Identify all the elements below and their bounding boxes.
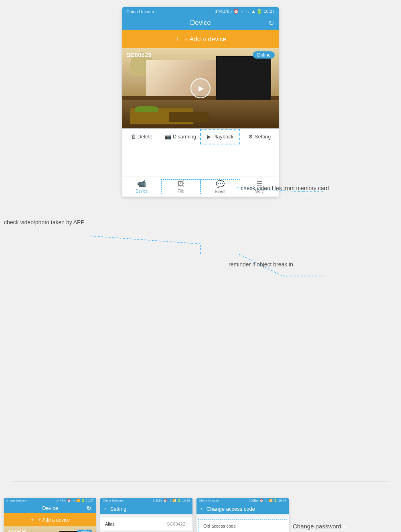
- old-access-code-label: Old access code: [203, 524, 236, 528]
- desc-line1: Change password –: [293, 523, 346, 530]
- setting-screen: China Unicom 1.2M/s ⏰ ↑↓ 📶 🔋 16:29 ‹ Set…: [100, 498, 192, 532]
- page-container: China Unicom 144B/s ♪ ⏰ ☆ ↑↓ ▲ 🔋 16:27 D…: [0, 0, 401, 532]
- top-section: China Unicom 144B/s ♪ ⏰ ☆ ↑↓ ▲ 🔋 16:27 D…: [0, 0, 401, 197]
- action-bar: 🗑 Delete 📷 Disarming ▶ Playback ⚙: [122, 128, 279, 144]
- disarming-button[interactable]: 📷 Disarming: [161, 129, 200, 144]
- device-thumbnail: SC80629 Online: [122, 48, 279, 128]
- nav-event-label: Event: [215, 189, 225, 194]
- event-nav-icon: 💬: [216, 180, 225, 189]
- playback-button[interactable]: ▶ Playback: [200, 129, 240, 144]
- device-name-label: SC80629: [126, 51, 152, 58]
- refresh-icon[interactable]: ↻: [269, 19, 274, 27]
- nav-event[interactable]: 💬 Event: [200, 179, 240, 194]
- status-bar: China Unicom 144B/s ♪ ⏰ ☆ ↑↓ ▲ 🔋 16:27: [122, 7, 279, 16]
- nav-file-label: File: [178, 189, 184, 193]
- description-text: Change password – change the password of…: [293, 498, 393, 532]
- nav-file[interactable]: 🖼 File: [161, 179, 201, 194]
- nav-device[interactable]: 📹 Device: [122, 179, 161, 194]
- mini-online-badge: Online: [77, 530, 92, 532]
- alias-chevron: ›: [186, 521, 188, 527]
- mini-phone-device: China Unicom 144B/s ⏰ ↑↓ 📶 🔋 16:27 Devic…: [4, 498, 96, 532]
- access-back-icon[interactable]: ‹: [200, 506, 203, 512]
- file-annotation: check video/photo taken by APP: [4, 219, 85, 227]
- main-phone-frame: China Unicom 144B/s ♪ ⏰ ☆ ↑↓ ▲ 🔋 16:27 D…: [122, 7, 279, 197]
- mini-plus-icon: ＋: [30, 516, 35, 523]
- device-nav-icon: 📹: [137, 179, 146, 188]
- mini-device-name: SC80629: [8, 530, 26, 532]
- mini-add-device-label: + Add a device: [38, 517, 70, 523]
- disarm-icon: 📷: [165, 134, 171, 140]
- delete-label: Delete: [138, 134, 153, 140]
- plus-icon: ＋: [174, 35, 181, 43]
- app-header: Device ↻: [122, 16, 279, 30]
- gear-icon: ⚙: [248, 134, 253, 140]
- playback-label: Playback: [213, 134, 234, 140]
- online-status-badge: Online: [253, 51, 275, 59]
- access-fields-group: Old access code New access code Confirm …: [198, 519, 287, 532]
- trash-icon: 🗑: [131, 134, 136, 140]
- play-button[interactable]: [190, 78, 211, 98]
- mini-device-card[interactable]: SC80629 Online 🗑 Delete 📷 Disarming ▶ Pl…: [4, 526, 96, 532]
- setting-status-bar: China Unicom 1.2M/s ⏰ ↑↓ 📶 🔋 16:29: [100, 498, 192, 503]
- alias-item[interactable]: Alias SC80422 ›: [100, 518, 192, 531]
- bottom-section: China Unicom 144B/s ⏰ ↑↓ 📶 🔋 16:27 Devic…: [0, 490, 401, 532]
- access-form: Old access code New access code Confirm …: [196, 519, 289, 532]
- playback-annotation: check video files from memory card: [241, 185, 329, 193]
- back-arrow-icon[interactable]: ‹: [104, 506, 106, 512]
- access-code-screen: China Unicom 508B/s ⏰ ↑↓ 📶 🔋 16:29 ‹ Cha…: [196, 498, 289, 532]
- old-access-code-field[interactable]: Old access code: [198, 520, 287, 532]
- status-icons: 144B/s ♪ ⏰ ☆ ↑↓ ▲ 🔋 16:27: [215, 9, 275, 14]
- event-annotation: reminder if object break in: [229, 261, 293, 269]
- access-status-bar: China Unicom 508B/s ⏰ ↑↓ 📶 🔋 16:29: [196, 498, 289, 503]
- mini-device-thumbnail: SC80629 Online: [4, 526, 96, 532]
- access-header: ‹ Change access code: [196, 503, 289, 514]
- add-device-button[interactable]: ＋ + Add a device: [122, 30, 279, 48]
- access-title: Change access code: [207, 506, 255, 512]
- mini-app-header: Device ↻: [4, 503, 96, 513]
- mini-status-bar: China Unicom 144B/s ⏰ ↑↓ 📶 🔋 16:27: [4, 498, 96, 503]
- content-area: [122, 144, 279, 177]
- alias-label: Alias: [105, 522, 115, 526]
- file-nav-icon: 🖼: [177, 180, 184, 188]
- divider: [12, 481, 389, 482]
- setting-button[interactable]: ⚙ Setting: [240, 129, 279, 144]
- add-device-label: + Add a device: [184, 36, 226, 43]
- play-icon: ▶: [207, 134, 211, 140]
- app-title: Device: [190, 19, 211, 27]
- nav-device-label: Device: [136, 189, 148, 193]
- setting-title: Setting: [110, 506, 126, 512]
- setting-header: ‹ Setting: [100, 503, 192, 514]
- svg-line-3: [90, 236, 200, 244]
- carrier-label: China Unicom: [126, 9, 154, 14]
- device-card[interactable]: SC80629 Online 🗑 Delete 📷 Disarming: [122, 48, 279, 177]
- mini-add-device-button[interactable]: ＋ + Add a device: [4, 513, 96, 526]
- mini-app-title: Device: [42, 505, 58, 511]
- disarming-label: Disarming: [173, 134, 196, 140]
- setting-list: Alias SC80422 › Change password › WiFi s…: [100, 518, 192, 532]
- alias-value: SC80422 ›: [167, 521, 188, 527]
- delete-button[interactable]: 🗑 Delete: [122, 129, 161, 144]
- mini-refresh-icon[interactable]: ↻: [86, 504, 91, 512]
- setting-label: Setting: [255, 134, 271, 140]
